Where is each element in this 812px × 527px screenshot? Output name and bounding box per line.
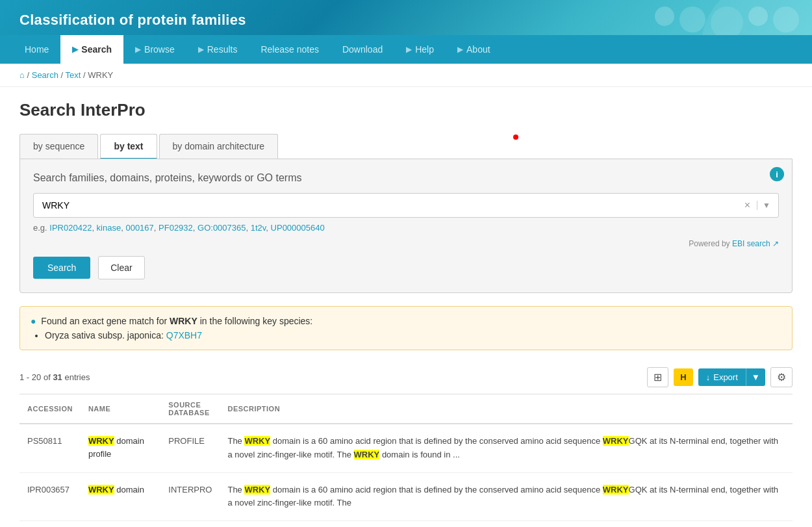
nav-help-label: Help xyxy=(415,44,434,55)
dropdown-arrow-icon[interactable]: ▼ xyxy=(757,201,773,210)
breadcrumb-current: WRKY xyxy=(88,70,113,80)
results-unit: entries xyxy=(64,372,90,382)
desc-highlight1: WRKY xyxy=(244,436,270,446)
nav-browse-arrow: ▶ xyxy=(135,45,141,54)
settings-icon: ⚙ xyxy=(777,372,786,383)
desc-end: domain is found in ... xyxy=(379,450,460,459)
deco-circle-5 xyxy=(773,6,799,32)
col-accession: ACCESSION xyxy=(19,394,81,424)
nav-help-arrow: ▶ xyxy=(406,45,412,54)
gene-match-notice: ● Found an exact gene match for WRKY in … xyxy=(19,306,793,350)
nav-search[interactable]: ▶ Search xyxy=(60,35,123,64)
cell-source: PROFILE xyxy=(160,424,220,472)
col-name: NAME xyxy=(81,394,160,424)
results-header: 1 - 20 of 31 entries ⊞ H ↓ Export ▼ xyxy=(19,361,793,394)
name-highlight: WRKY xyxy=(88,436,114,446)
tab-by-text-label: by text xyxy=(114,141,143,151)
clear-button[interactable]: Clear xyxy=(98,256,144,279)
cell-accession: PS50811 xyxy=(19,424,81,472)
accession-value: IPR003657 xyxy=(27,485,70,495)
nav-release-notes-label: Release notes xyxy=(260,44,319,55)
deco-circle-4 xyxy=(748,6,768,26)
tab-by-sequence[interactable]: by sequence xyxy=(19,134,98,159)
species-protein-link[interactable]: Q7XBH7 xyxy=(166,330,202,341)
col-description: DESCRIPTION xyxy=(220,394,793,424)
export-dropdown-button[interactable]: ▼ xyxy=(746,368,765,386)
table-row: PS50811 WRKY domain profile PROFILE The … xyxy=(19,424,793,472)
cell-description: The WRKY domain is a 60 amino acid regio… xyxy=(220,472,793,521)
example-kinase[interactable]: kinase xyxy=(97,223,121,233)
info-icon[interactable]: i xyxy=(770,167,784,181)
gene-match-gene: WRKY xyxy=(170,316,197,326)
clear-x-icon[interactable]: × xyxy=(741,199,754,211)
breadcrumb-home-link[interactable]: ⌂ xyxy=(19,70,25,80)
nav-download[interactable]: Download xyxy=(331,35,394,64)
gene-match-species-item: Oryza sativa subsp. japonica: Q7XBH7 xyxy=(45,330,781,341)
cell-accession: IPR003657 xyxy=(19,472,81,521)
nav-download-label: Download xyxy=(342,44,383,55)
page-title: Search InterPro xyxy=(19,100,793,120)
cell-name: WRKY domain profile xyxy=(81,424,160,472)
example-ipr020422[interactable]: IPR020422 xyxy=(49,223,92,233)
export-dropdown-arrow-icon: ▼ xyxy=(752,372,760,382)
search-input[interactable] xyxy=(39,194,741,217)
nav-home[interactable]: Home xyxy=(13,35,60,64)
cell-description: The WRKY domain is a 60 amino acid regio… xyxy=(220,424,793,472)
search-panel-title: Search families, domains, proteins, keyw… xyxy=(33,172,779,184)
breadcrumb-search-link[interactable]: Search xyxy=(32,70,58,80)
ebi-search-link[interactable]: EBI search ↗ xyxy=(732,239,779,248)
powered-by-prefix: Powered by xyxy=(689,239,730,248)
main-nav: Home ▶ Search ▶ Browse ▶ Results Release… xyxy=(0,35,812,64)
desc-mid1: domain is a 60 amino acid region that is… xyxy=(270,436,603,446)
highlight-button[interactable]: H xyxy=(674,368,692,386)
example-go0007365[interactable]: GO:0007365 xyxy=(197,223,246,233)
desc-pre: The xyxy=(227,485,244,495)
example-pf02932[interactable]: PF02932 xyxy=(159,223,193,233)
breadcrumb: ⌂ / Search / Text / WRKY xyxy=(0,64,812,87)
desc-highlight2: WRKY xyxy=(603,436,629,446)
desc-pre: The xyxy=(227,436,244,446)
desc-highlight2: WRKY xyxy=(603,485,629,495)
desc-mid1: domain is a 60 amino acid region that is… xyxy=(270,485,603,495)
nav-search-label: Search xyxy=(81,44,112,55)
header-decoration xyxy=(642,0,812,35)
tab-by-sequence-label: by sequence xyxy=(33,141,84,151)
export-label: Export xyxy=(713,372,738,382)
name-rest: domain xyxy=(114,485,144,495)
red-dot-indicator xyxy=(513,135,518,140)
examples-prefix: e.g. xyxy=(33,223,47,233)
gene-match-prefix: Found an exact gene match for xyxy=(41,316,167,326)
gene-match-arrow-icon: ● xyxy=(31,316,36,326)
gene-match-species-list: Oryza sativa subsp. japonica: Q7XBH7 xyxy=(45,330,781,341)
tab-by-text[interactable]: by text xyxy=(100,134,157,159)
nav-browse[interactable]: ▶ Browse xyxy=(123,35,186,64)
powered-by: Powered by EBI search ↗ xyxy=(33,239,779,248)
nav-browse-label: Browse xyxy=(144,44,175,55)
nav-results[interactable]: ▶ Results xyxy=(186,35,249,64)
breadcrumb-text-link[interactable]: Text xyxy=(66,70,81,80)
results-of: of xyxy=(44,372,53,382)
example-up000005640[interactable]: UP000005640 xyxy=(271,223,325,233)
nav-search-arrow: ▶ xyxy=(72,45,78,54)
search-button[interactable]: Search xyxy=(33,257,90,279)
grid-view-button[interactable]: ⊞ xyxy=(647,367,668,387)
accession-value: PS50811 xyxy=(27,436,62,446)
example-000167[interactable]: 000167 xyxy=(125,223,153,233)
deco-circle-1 xyxy=(655,6,674,26)
results-total: 31 xyxy=(53,372,62,382)
nav-about[interactable]: ▶ About xyxy=(446,35,502,64)
example-1t2v[interactable]: 1t2v xyxy=(251,223,266,233)
grid-icon: ⊞ xyxy=(653,372,662,383)
download-icon: ↓ xyxy=(706,372,711,382)
table-header-row: ACCESSION NAME SOURCEDATABASE DESCRIPTIO… xyxy=(19,394,793,424)
results-range-sep: - xyxy=(27,372,32,382)
nav-home-label: Home xyxy=(25,44,49,55)
nav-help[interactable]: ▶ Help xyxy=(394,35,446,64)
tab-by-domain[interactable]: by domain architecture xyxy=(159,134,279,159)
nav-results-arrow: ▶ xyxy=(198,45,204,54)
results-range-end: 20 xyxy=(32,372,41,382)
export-button[interactable]: ↓ Export xyxy=(698,368,746,386)
settings-button[interactable]: ⚙ xyxy=(770,367,793,387)
nav-release-notes[interactable]: Release notes xyxy=(249,35,331,64)
table-row: IPR003657 WRKY domain INTERPRO The WRKY … xyxy=(19,472,793,521)
